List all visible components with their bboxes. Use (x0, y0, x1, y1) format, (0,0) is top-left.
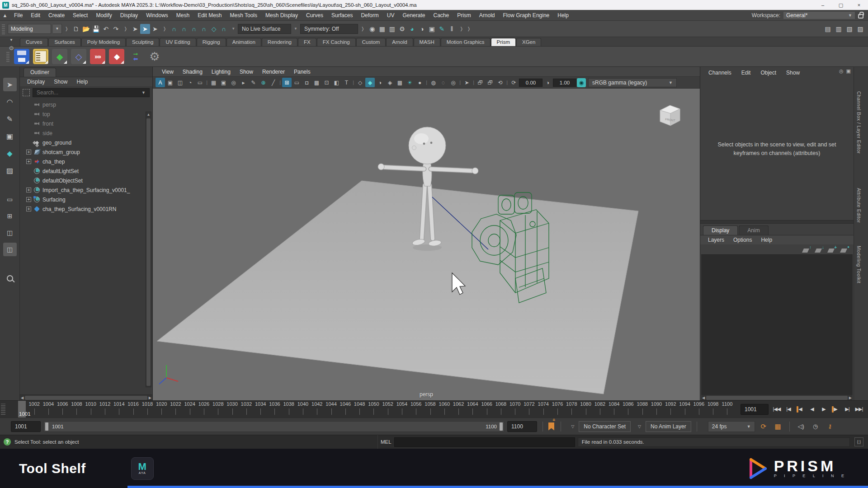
anim-layer-arrow-icon[interactable]: ▽ (638, 424, 641, 429)
two-pane-layout-icon[interactable]: ◫ (3, 226, 17, 239)
snap-move-icon[interactable]: ⊕ (259, 78, 268, 87)
play-backwards-button[interactable]: ◀ (807, 404, 817, 415)
checker-icon[interactable]: ▩ (395, 78, 405, 87)
layer-horizontal-scrollbar[interactable]: ◀▶ (701, 394, 853, 400)
close-button[interactable]: × (850, 0, 868, 10)
pause-icon[interactable]: ‖ (447, 24, 457, 34)
select-component-icon[interactable]: ➤ (150, 24, 160, 34)
toggle-attribute-editor-icon[interactable]: ▧ (844, 24, 854, 34)
wireframe-icon[interactable]: ◇ (355, 78, 365, 87)
depth-of-field-icon[interactable]: ◎ (448, 78, 458, 87)
viewport-menu-item[interactable]: Panels (289, 69, 315, 75)
paint-select-tool-icon[interactable]: ✎ (3, 112, 17, 126)
color-management-toggle[interactable]: ◉ (577, 78, 586, 87)
outliner-item[interactable]: + Import_cha_thep_Surfacing_v0001_ (20, 185, 152, 195)
gamma-icon[interactable]: ◑ (543, 78, 552, 87)
ipr-render-icon[interactable]: ▥ (387, 24, 397, 34)
camera-attributes-icon[interactable]: ◫ (175, 78, 185, 87)
wire-on-shaded-icon[interactable]: ◈ (385, 78, 395, 87)
step-back-frame-button[interactable]: |◀ (783, 404, 794, 415)
select-camera-icon[interactable]: A (156, 78, 165, 87)
shelf-tab[interactable]: UV Editing (160, 38, 196, 46)
move-layer-up-icon[interactable] (803, 246, 811, 253)
shaded-icon[interactable]: ◆ (365, 78, 375, 87)
channel-box-menu-item[interactable]: Object (756, 70, 781, 76)
xray-joints-icon[interactable]: 🗗 (486, 78, 495, 87)
outliner-item[interactable]: + defaultObjectSet (20, 176, 152, 185)
view-camera-icon[interactable]: ▦ (209, 78, 218, 87)
move-tool-icon[interactable]: ▣ (3, 129, 17, 143)
shelf-tab[interactable]: Surfaces (48, 38, 80, 46)
shelf-tab[interactable]: Prism (491, 38, 516, 46)
viewport-menu-item[interactable]: Shading (178, 69, 207, 75)
shelf-tab[interactable]: MASH (414, 38, 440, 46)
menu-item[interactable]: Edit Mesh (193, 12, 226, 19)
create-layer-with-selected-icon[interactable] (828, 246, 836, 253)
sep[interactable]: ❘ (352, 78, 355, 87)
menu-item[interactable]: Prism (453, 12, 475, 19)
range-slider-track[interactable]: 1001 1100 (43, 421, 505, 432)
chevron-down-icon[interactable]: ▼ (293, 27, 298, 31)
shelf-tab[interactable]: Arnold (386, 38, 413, 46)
create-empty-layer-icon[interactable] (841, 246, 849, 253)
toggle-channel-box-icon[interactable]: ▨ (855, 24, 865, 34)
sep[interactable]: ❘ (472, 78, 475, 87)
snap-projected-center-icon[interactable]: ∩ (199, 24, 209, 34)
command-line-input[interactable] (394, 437, 575, 447)
time-slider-track[interactable]: 1002100410061008101010121014101610181020… (6, 401, 738, 418)
loop-playback-icon[interactable]: ⟳ (758, 422, 769, 431)
shelf-tab[interactable]: FX Caching (317, 38, 356, 46)
safe-action-icon[interactable]: ◧ (332, 78, 341, 87)
render-view-icon[interactable]: ◉ (367, 24, 377, 34)
prism-render-icon[interactable]: ◆ (109, 49, 124, 64)
layer-list[interactable] (701, 254, 853, 394)
sep[interactable]: ❘ (205, 78, 208, 87)
measure-icon[interactable]: ╱ (269, 78, 278, 87)
new-scene-icon[interactable]: 🗋 (71, 24, 81, 34)
lookdev-icon[interactable]: ▣ (427, 24, 437, 34)
current-frame-field[interactable]: 1001 (741, 404, 769, 415)
collapse-arrow-icon[interactable]: ❭ (123, 26, 128, 31)
collapse-arrow-icon[interactable]: ❭ (466, 26, 472, 31)
open-scene-icon[interactable]: 📂 (81, 24, 91, 34)
outliner-item[interactable]: + persp (20, 100, 152, 109)
menu-item[interactable]: Windows (142, 12, 172, 19)
tab-attribute-editor[interactable]: Attribute Editor (856, 188, 862, 223)
step-back-key-button[interactable]: ◀ (795, 404, 806, 415)
ambient-occlusion-icon[interactable]: ◍ (429, 78, 438, 87)
paint-effects-icon[interactable]: ✎ (437, 24, 447, 34)
shadows-icon[interactable]: ● (415, 78, 425, 87)
view-cube[interactable]: FRONT (656, 102, 684, 130)
scroll-right-icon[interactable]: ▶ (849, 396, 852, 400)
render-settings-icon[interactable]: ⚙ (397, 24, 407, 34)
outliner-menu-item[interactable]: Display (24, 79, 48, 85)
anti-aliasing-icon[interactable]: ◌ (439, 78, 448, 87)
select-tool-icon[interactable]: ➤ (3, 78, 17, 91)
bookmark-icon[interactable]: ◔ (185, 78, 195, 87)
maximize-button[interactable]: ▢ (832, 0, 850, 10)
command-line-language-label[interactable]: MEL (381, 439, 392, 445)
scroll-left-icon[interactable]: ◀ (21, 396, 24, 400)
viewport-menu-item[interactable]: Lighting (207, 69, 235, 75)
channel-box-menu-item[interactable]: Edit (737, 70, 755, 76)
anim-layer-dropdown[interactable]: No Anim Layer (646, 421, 691, 432)
tab-channel-box-layer-editor[interactable]: Channel Box / Layer Editor (856, 91, 862, 154)
toggle-outliner-panel-icon[interactable]: ▤ (823, 24, 833, 34)
menu-item[interactable]: Edit (27, 12, 44, 19)
field-chart-icon[interactable]: ⊡ (322, 78, 331, 87)
time-slider-grip[interactable] (1, 404, 5, 415)
exposure-icon[interactable]: ⟳ (509, 78, 519, 87)
four-pane-layout-icon[interactable]: ⊞ (3, 209, 17, 223)
menu-item[interactable]: Generate (398, 12, 429, 19)
outliner-item[interactable]: + cha_thep (20, 157, 152, 166)
step-forward-key-button[interactable]: ▶ (830, 404, 841, 415)
viewport-menu-item[interactable]: View (157, 69, 178, 75)
textured-icon[interactable]: ◑ (375, 78, 385, 87)
outliner-item[interactable]: + top (20, 109, 152, 119)
range-end-handle[interactable] (500, 422, 503, 431)
panel-splitter[interactable] (700, 220, 854, 224)
collapse-arrow-icon[interactable]: ❭ (64, 26, 69, 31)
sep[interactable]: ❘ (278, 78, 282, 87)
menu-item[interactable]: Help (553, 12, 573, 19)
menu-item[interactable]: UV (383, 12, 399, 19)
